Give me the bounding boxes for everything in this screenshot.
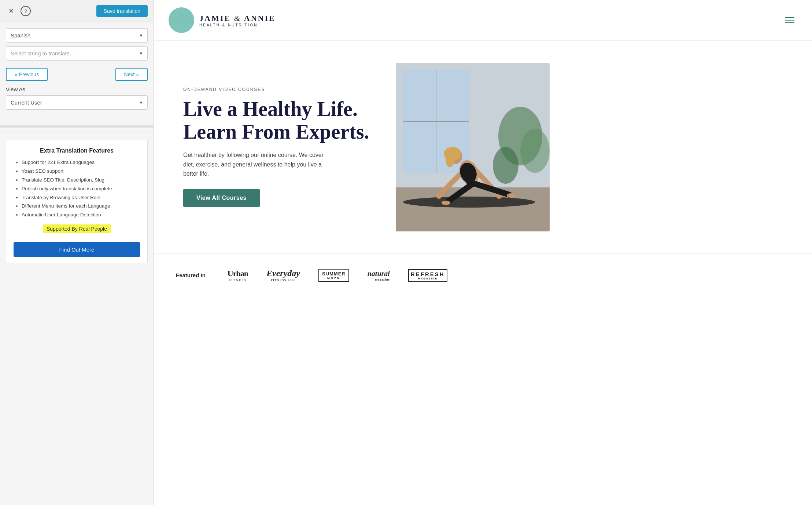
natural-sub: magazine xyxy=(368,278,390,281)
hero-description: Get healthier by following our online co… xyxy=(183,150,330,179)
logo-text-block: JAMIE & ANNIE HEALTH & NUTRITION xyxy=(199,14,276,27)
previous-button[interactable]: « Previous xyxy=(6,68,48,81)
featured-logo-natural: natural magazine xyxy=(368,270,390,281)
supported-wrapper: Supported By Real People xyxy=(14,224,140,238)
everyday-sub: FITNESS 2020 xyxy=(266,278,300,282)
view-courses-button[interactable]: View All Courses xyxy=(183,189,260,207)
translation-panel: ✕ ? Save translation Spanish French Germ… xyxy=(0,0,154,505)
features-list: Support for 221 Extra Languages Yoast SE… xyxy=(14,159,140,219)
logo-icon xyxy=(174,13,189,28)
feature-item: Yoast SEO support xyxy=(22,168,140,175)
hero-section: ON-DEMAND VIDEO COURSES Live a Healthy L… xyxy=(154,41,812,253)
hero-image xyxy=(396,63,550,231)
featured-logo-everyday: Everyday FITNESS 2020 xyxy=(266,268,300,282)
svg-point-0 xyxy=(175,14,188,27)
summer-main: SUMMER xyxy=(322,271,346,277)
thick-divider xyxy=(0,125,154,128)
svg-point-17 xyxy=(436,193,442,199)
language-select-wrapper: Spanish French German ▼ xyxy=(6,28,148,43)
refresh-sub: MAGAZINE xyxy=(418,277,438,280)
feature-item: Automatic User Language Detection xyxy=(22,212,140,219)
feature-item: Different Menu Items for each Language xyxy=(22,203,140,210)
extra-features-title: Extra Translation Features xyxy=(14,147,140,154)
svg-point-5 xyxy=(520,129,550,173)
hero-tag: ON-DEMAND VIDEO COURSES xyxy=(183,87,374,92)
logo-circle xyxy=(169,7,194,33)
urban-main: Urban xyxy=(228,269,248,278)
hero-image-area xyxy=(396,63,550,231)
urban-sub: FITNESS xyxy=(229,278,247,282)
view-as-select-wrapper: Current User Admin ▼ xyxy=(6,95,148,110)
hero-text: ON-DEMAND VIDEO COURSES Live a Healthy L… xyxy=(183,87,374,207)
panel-top-icons: ✕ ? xyxy=(6,6,31,16)
featured-label: Featured In xyxy=(176,272,206,278)
hamburger-line-1 xyxy=(785,17,794,18)
save-translation-button[interactable]: Save translation xyxy=(96,5,148,17)
close-button[interactable]: ✕ xyxy=(6,6,16,16)
hamburger-line-2 xyxy=(785,20,794,21)
main-content: JAMIE & ANNIE HEALTH & NUTRITION ON-DEMA… xyxy=(154,0,812,505)
natural-main: natural xyxy=(368,270,390,278)
view-as-section: View As Current User Admin ▼ xyxy=(0,86,154,118)
panel-top-bar: ✕ ? Save translation xyxy=(0,0,154,22)
svg-point-6 xyxy=(493,147,518,184)
view-as-label: View As xyxy=(6,86,148,92)
featured-logo-refresh: REFRESH MAGAZINE xyxy=(408,269,447,282)
featured-logo-summer: SUMMER MGZN xyxy=(318,269,349,282)
next-button[interactable]: Next » xyxy=(115,68,148,81)
hero-title: Live a Healthy Life. Learn From Experts. xyxy=(183,98,374,143)
supported-label: Supported By Real People xyxy=(43,224,111,233)
yoga-illustration xyxy=(396,63,550,231)
feature-item: Publish only when translation is complet… xyxy=(22,186,140,193)
logo-main-text: JAMIE & ANNIE xyxy=(199,14,276,23)
everyday-main: Everyday xyxy=(266,268,300,278)
refresh-box: REFRESH MAGAZINE xyxy=(408,269,447,282)
find-out-more-button[interactable]: Find Out More xyxy=(14,242,140,257)
svg-point-14 xyxy=(446,153,454,167)
svg-point-22 xyxy=(507,193,516,198)
nav-buttons: « Previous Next » xyxy=(0,64,154,86)
view-as-select[interactable]: Current User Admin xyxy=(6,95,148,110)
featured-logos: Urban FITNESS Everyday FITNESS 2020 SUMM… xyxy=(228,268,447,282)
logo-amp: & xyxy=(234,14,241,23)
divider-1 xyxy=(0,120,154,120)
logo-sub-text: HEALTH & NUTRITION xyxy=(199,23,276,27)
svg-point-21 xyxy=(442,201,450,205)
logo-area: JAMIE & ANNIE HEALTH & NUTRITION xyxy=(169,7,276,33)
feature-item: Translate by Browsing as User Role xyxy=(22,194,140,201)
refresh-main: REFRESH xyxy=(411,271,445,277)
extra-features-box: Extra Translation Features Support for 2… xyxy=(6,140,148,263)
feature-item: Support for 221 Extra Languages xyxy=(22,159,140,166)
svg-rect-3 xyxy=(396,187,550,231)
site-header: JAMIE & ANNIE HEALTH & NUTRITION xyxy=(154,0,812,41)
summer-sub: MGZN xyxy=(327,277,340,280)
panel-controls: Spanish French German ▼ Select string to… xyxy=(0,22,154,64)
string-select[interactable]: Select string to translate... xyxy=(6,46,148,61)
language-select[interactable]: Spanish French German xyxy=(6,28,148,43)
featured-logo-urban: Urban FITNESS xyxy=(228,269,248,282)
svg-point-10 xyxy=(403,197,535,208)
hamburger-menu-icon[interactable] xyxy=(782,14,797,26)
featured-section: Featured In Urban FITNESS Everyday FITNE… xyxy=(154,253,812,297)
help-button[interactable]: ? xyxy=(21,6,31,16)
hamburger-line-3 xyxy=(785,22,794,23)
string-select-wrapper: Select string to translate... ▼ xyxy=(6,46,148,61)
divider-2 xyxy=(0,132,154,132)
feature-item: Translate SEO Title, Description, Slug xyxy=(22,177,140,184)
